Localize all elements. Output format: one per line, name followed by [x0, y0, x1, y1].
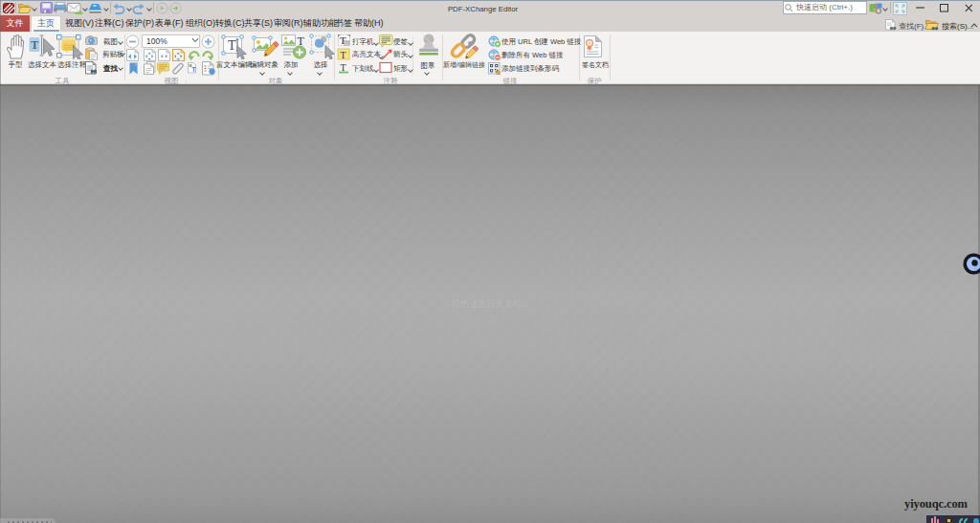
svg-text:T: T — [228, 38, 236, 53]
svg-text:T: T — [341, 50, 346, 60]
svg-text:T: T — [341, 62, 346, 73]
svg-text:T: T — [31, 38, 38, 52]
svg-text:T: T — [192, 66, 196, 73]
